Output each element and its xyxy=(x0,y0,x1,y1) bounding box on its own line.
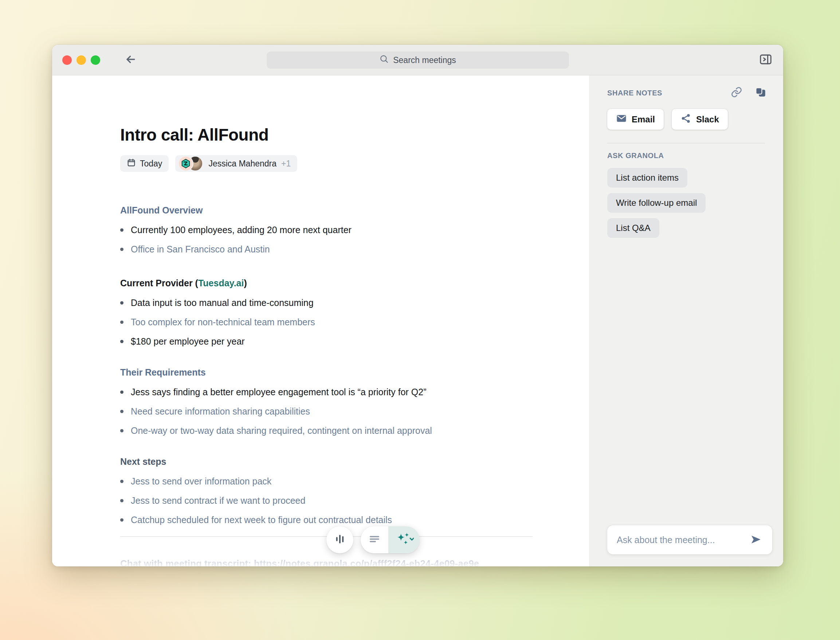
minimize-window-button[interactable] xyxy=(77,55,86,65)
bullet-list: Jess says finding a better employee enga… xyxy=(120,385,589,437)
email-icon xyxy=(616,113,627,126)
copy-icon xyxy=(755,86,766,99)
traffic-lights xyxy=(62,55,100,65)
date-chip[interactable]: Today xyxy=(120,155,169,172)
list-item: Jess to send contract if we want to proc… xyxy=(120,494,589,507)
send-icon xyxy=(750,533,762,547)
list-item: Data input is too manual and time-consum… xyxy=(120,296,589,310)
attendees-chip[interactable]: Jessica Mahendra +1 xyxy=(175,155,297,172)
list-item: $180 per employee per year xyxy=(120,334,589,348)
attendee-extra-count: +1 xyxy=(281,159,291,169)
share-nodes-icon xyxy=(680,113,691,126)
transcript-link-faded: Chat with meeting transcript: https://no… xyxy=(120,558,589,566)
bullet-dot xyxy=(120,301,123,304)
bullet-list: Data input is too manual and time-consum… xyxy=(120,296,589,348)
search-placeholder: Search meetings xyxy=(393,55,456,65)
copy-link-button[interactable] xyxy=(729,86,744,100)
title-bar: Search meetings xyxy=(52,45,783,75)
list-item: Jess to send over information pack xyxy=(120,474,589,488)
app-window: Search meetings Intro call: AllFound Tod… xyxy=(52,45,783,566)
send-button[interactable] xyxy=(747,531,764,548)
meeting-meta-row: Today Jessica Mahendra +1 xyxy=(120,155,589,172)
list-item: Office in San Francisco and Austin xyxy=(120,242,589,256)
list-item: Currently 100 employees, adding 20 more … xyxy=(120,223,589,237)
bullet-list: Currently 100 employees, adding 20 more … xyxy=(120,223,589,256)
bullet-dot xyxy=(120,390,123,394)
share-sidebar: SHARE NOTES xyxy=(589,75,783,566)
link-icon xyxy=(731,86,742,99)
granola-prompts: List action items Write follow-up email … xyxy=(607,168,772,238)
list-item: Jess says finding a better employee enga… xyxy=(120,385,589,399)
calendar-icon xyxy=(127,158,136,170)
date-chip-label: Today xyxy=(140,159,162,169)
zoom-window-button[interactable] xyxy=(91,55,100,65)
bullet-dot xyxy=(120,429,123,432)
bullet-list: Jess to send over information pack Jess … xyxy=(120,474,589,527)
share-notes-label: SHARE NOTES xyxy=(607,89,662,97)
note-floating-toolbar xyxy=(326,526,420,553)
back-arrow-icon xyxy=(125,53,137,67)
bullet-dot xyxy=(120,410,123,413)
toggle-sidebar-button[interactable] xyxy=(758,52,774,68)
bullet-dot xyxy=(120,229,123,232)
tuesday-ai-link[interactable]: Tuesday.ai xyxy=(198,278,244,288)
company-logo-avatar xyxy=(178,156,194,171)
slack-button-label: Slack xyxy=(696,114,719,125)
list-item: Need secure information sharing capabili… xyxy=(120,404,589,418)
note-title[interactable]: Intro call: AllFound xyxy=(120,126,589,144)
search-meetings-button[interactable]: Search meetings xyxy=(267,51,569,69)
bullet-dot xyxy=(120,340,123,343)
section-heading-next-steps: Next steps xyxy=(120,455,589,468)
list-item: Catchup scheduled for next week to figur… xyxy=(120,513,589,527)
transcript-audio-button[interactable] xyxy=(326,526,354,553)
prompt-write-follow-up-email[interactable]: Write follow-up email xyxy=(607,193,706,213)
back-button[interactable] xyxy=(123,52,139,68)
sidebar-toggle-icon xyxy=(759,53,773,68)
my-notes-toggle-button[interactable] xyxy=(361,526,388,553)
list-item: One-way or two-way data sharing required… xyxy=(120,424,589,437)
ask-meeting-input[interactable] xyxy=(617,535,747,545)
bullet-dot xyxy=(120,320,123,324)
notes-mode-toggle xyxy=(361,526,420,553)
prompt-list-qa[interactable]: List Q&A xyxy=(607,218,659,238)
text-lines-icon xyxy=(368,533,381,547)
bullet-dot xyxy=(120,248,123,251)
note-editor[interactable]: Intro call: AllFound Today Jessica xyxy=(52,75,589,566)
section-heading-current-provider: Current Provider (Tuesday.ai) xyxy=(120,277,589,289)
copy-notes-button[interactable] xyxy=(753,86,768,100)
email-button-label: Email xyxy=(632,114,655,125)
ask-granola-label: ASK GRANOLA xyxy=(607,152,772,160)
prompt-list-action-items[interactable]: List action items xyxy=(607,168,687,187)
sidebar-divider xyxy=(607,143,765,144)
section-heading-allfound-overview: AllFound Overview xyxy=(120,204,589,216)
sparkles-icon xyxy=(395,532,414,548)
section-heading-their-requirements: Their Requirements xyxy=(120,366,589,378)
share-slack-button[interactable]: Slack xyxy=(672,109,728,130)
waveform-icon xyxy=(333,533,346,547)
bullet-dot xyxy=(120,518,123,522)
attendee-avatars xyxy=(178,155,204,171)
ask-meeting-chatbox xyxy=(607,525,772,554)
close-window-button[interactable] xyxy=(62,55,72,65)
bullet-dot xyxy=(120,499,123,502)
share-email-button[interactable]: Email xyxy=(607,109,664,130)
bullet-dot xyxy=(120,480,123,483)
search-icon xyxy=(379,54,389,66)
attendee-name: Jessica Mahendra xyxy=(208,159,277,169)
enhanced-notes-toggle-button[interactable] xyxy=(388,526,420,553)
list-item: Too complex for non-technical team membe… xyxy=(120,315,589,329)
